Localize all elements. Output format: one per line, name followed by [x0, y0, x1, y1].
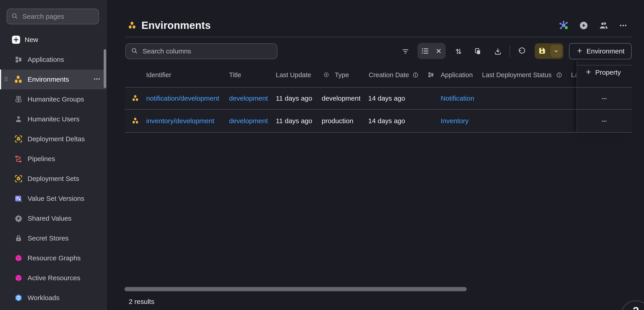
row-type: development — [322, 94, 360, 102]
play-button[interactable] — [577, 19, 590, 32]
sidebar-item-active-resources[interactable]: Active Resources — [0, 268, 106, 288]
undo-button[interactable] — [516, 45, 528, 58]
close-icon[interactable] — [433, 45, 444, 56]
resource-graph-button[interactable] — [558, 19, 570, 32]
filter-button[interactable] — [399, 45, 412, 58]
results-count: 2 results — [129, 298, 154, 306]
more-icon[interactable] — [93, 75, 101, 84]
resource-cube-icon — [14, 274, 24, 282]
sidebar-item-deployment-sets[interactable]: Deployment Sets — [0, 169, 106, 189]
save-icon — [538, 46, 546, 56]
application-grid-icon — [428, 71, 434, 79]
sidebar-item-workloads[interactable]: Workloads — [0, 288, 106, 308]
column-header-identifier[interactable]: Identifier — [146, 71, 171, 79]
environments-icon — [132, 94, 139, 103]
horizontal-scrollbar[interactable] — [124, 287, 467, 291]
column-header-application[interactable]: Application — [441, 71, 473, 79]
list-view-icon[interactable] — [419, 45, 431, 57]
help-label: ? — [633, 305, 639, 310]
sidebar-item-label: Deployment Sets — [28, 175, 79, 183]
plus-icon — [12, 36, 20, 44]
column-header-title[interactable]: Title — [229, 71, 241, 79]
row-title-link[interactable]: development — [229, 94, 268, 102]
row-title-link[interactable]: development — [229, 117, 268, 125]
pipeline-icon — [14, 155, 24, 163]
pinned-header-top-border — [577, 65, 632, 65]
save-options-button[interactable] — [550, 45, 562, 57]
row-creation-date: 14 days ago — [368, 117, 405, 125]
column-header-last-update[interactable]: Last Update — [276, 71, 311, 79]
column-header-type[interactable]: Type — [335, 71, 349, 79]
groups-icon — [14, 95, 24, 103]
sidebar-scrollbar[interactable] — [104, 49, 106, 88]
table-body-background — [125, 87, 632, 132]
row-type: production — [322, 117, 353, 125]
row-identifier-link[interactable]: inventory/development — [146, 117, 214, 125]
sidebar-item-label: Secret Stores — [28, 234, 69, 242]
info-icon[interactable] — [556, 72, 562, 79]
save-button[interactable] — [535, 43, 563, 59]
sidebar-item-applications[interactable]: Applications — [0, 50, 106, 69]
sidebar-search-input[interactable] — [22, 12, 94, 20]
sidebar-item-label: Workloads — [28, 294, 60, 302]
row-application-link[interactable]: Notification — [441, 94, 474, 102]
cube-brackets-icon — [14, 174, 24, 183]
row-more-button[interactable] — [598, 115, 610, 127]
selected-indicator — [0, 69, 1, 89]
add-property-button[interactable]: Property — [585, 68, 621, 76]
chevron-down-icon — [553, 48, 560, 55]
row-identifier-link[interactable]: notification/development — [146, 94, 219, 102]
info-icon[interactable] — [412, 72, 418, 79]
table-header-divider — [125, 87, 632, 87]
sidebar-item-value-set-versions[interactable]: Value Set Versions — [0, 189, 106, 209]
sort-button[interactable] — [452, 45, 465, 58]
drag-handle-icon[interactable] — [3, 76, 10, 83]
page-title: Environments — [142, 19, 211, 31]
download-button[interactable] — [492, 45, 504, 58]
column-header-last-deployment-status[interactable]: Last Deployment Status — [482, 71, 552, 79]
more-icon[interactable] — [617, 19, 630, 32]
search-icon — [131, 47, 138, 55]
sidebar-item-deployment-deltas[interactable]: Deployment Deltas — [0, 129, 106, 149]
add-environment-button[interactable]: Environment — [569, 43, 632, 59]
sidebar-item-label: Humanitec Groups — [28, 95, 84, 103]
sidebar-item-pipelines[interactable]: Pipelines — [0, 149, 106, 169]
page-title-icon — [128, 20, 137, 31]
column-search[interactable] — [125, 43, 278, 59]
row-divider — [125, 109, 632, 110]
sidebar-item-label: Active Resources — [28, 274, 80, 282]
row-more-button[interactable] — [598, 92, 610, 105]
column-search-input[interactable] — [142, 47, 272, 55]
sidebar-nav: Applications Environments Hum — [0, 50, 106, 308]
sidebar-item-humanitec-users[interactable]: Humanitec Users — [0, 109, 106, 129]
resource-cube-icon — [14, 254, 24, 262]
users-button[interactable] — [597, 19, 610, 32]
sidebar-item-environments[interactable]: Environments — [0, 69, 106, 89]
sidebar-item-resource-graphs[interactable]: Resource Graphs — [0, 248, 106, 268]
sidebar-search[interactable] — [6, 8, 99, 24]
sidebar-item-label: Value Set Versions — [28, 195, 84, 202]
sidebar-item-humanitec-groups[interactable]: Humanitec Groups — [0, 89, 106, 109]
column-header-creation-date[interactable]: Creation Date — [369, 71, 409, 79]
sidebar-item-label: Resource Graphs — [28, 254, 81, 262]
app-root: New Applications Environments — [0, 0, 644, 310]
sidebar-item-label: Pipelines — [28, 155, 55, 163]
toolbar-divider — [510, 45, 510, 57]
row-last-update: 11 days ago — [276, 94, 312, 102]
help-button[interactable]: ? — [621, 301, 644, 310]
row-application-link[interactable]: Inventory — [441, 117, 468, 125]
lock-icon — [14, 234, 24, 242]
add-environment-label: Environment — [586, 47, 624, 55]
sidebar-item-label: Applications — [28, 56, 64, 63]
kubernetes-icon — [14, 294, 24, 302]
sidebar-item-label: Deployment Deltas — [28, 135, 85, 143]
sidebar-item-shared-values[interactable]: Shared Values — [0, 209, 106, 228]
copy-button[interactable] — [472, 45, 484, 58]
radio-icon — [323, 71, 330, 79]
applications-icon — [14, 56, 24, 63]
new-button[interactable]: New — [0, 33, 106, 46]
sidebar-item-secret-stores[interactable]: Secret Stores — [0, 228, 106, 248]
plus-icon — [585, 68, 592, 76]
environments-icon — [14, 75, 24, 84]
search-icon — [11, 12, 18, 20]
